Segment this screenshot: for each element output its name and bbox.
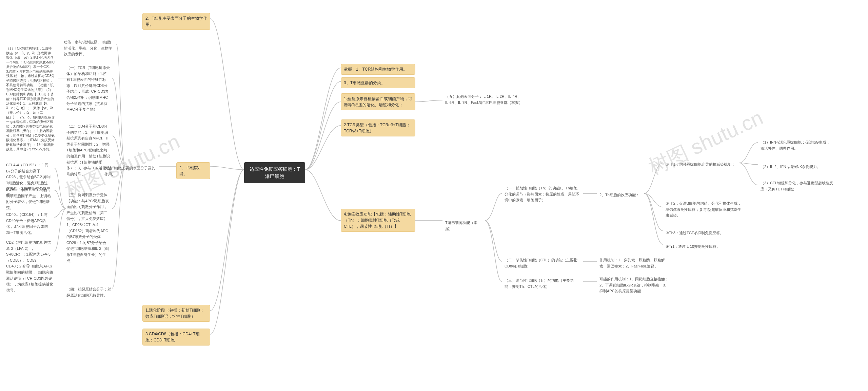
- node-th-effector[interactable]: 2、Th细胞的效应功能：: [597, 190, 644, 200]
- node-cd40l[interactable]: CD40L（CD154）：1.与CD40结合→促进APC活化，B7和细胞因子合成…: [3, 210, 54, 238]
- mindmap-connectors: [0, 0, 868, 391]
- node-th3[interactable]: ③Th3：通过TGF-β抑制免疫应答。: [663, 228, 744, 238]
- node-mitogen-bind[interactable]: （四）丝裂原结合分子：丝裂原活化细胞无特异性。: [64, 284, 115, 300]
- node-tr1[interactable]: ④Tr1：通过IL-10抑制免疫应答。: [663, 242, 744, 252]
- root-node[interactable]: 适应性免疫应答细胞：T淋巴细胞: [244, 162, 305, 183]
- node-th1-2[interactable]: （2）IL-2、IFN-γ增强NK杀伤能力。: [758, 162, 836, 172]
- node-cd2[interactable]: CD2（淋巴细胞功能相关抗原-2（LFA-2），SR8CR）：1.配体为LFA-…: [3, 238, 56, 295]
- node-function-summary[interactable]: 功能：参与识别抗原、T细胞的活化、增殖、分化、生物学效应的发挥。: [61, 37, 117, 59]
- node-cd4-cd8-types[interactable]: 3.CD4/CD8（包括：CD4+T细胞；CD8+T细胞: [142, 329, 210, 346]
- node-th-function[interactable]: （一）辅助性T细胞（Th）的功能1、Th细胞分化的调节（影响因素：抗原的性质、局…: [502, 183, 583, 205]
- node-tcr-structure[interactable]: 掌握：1、TCR结构和生物学作用。: [341, 64, 415, 75]
- node-tcell-function[interactable]: 4、T细胞功能。: [176, 162, 210, 179]
- node-th1[interactable]: ①Th1：增强吞噬细胞介导的抗感染机制：: [663, 160, 739, 170]
- node-tcell-subset[interactable]: 3、T细胞亚群的分类。: [341, 77, 415, 88]
- node-th1-1[interactable]: （1）IFN-γ活化巨噬细胞；促进IgG生成，激活补体、调理作用。: [758, 137, 836, 153]
- node-immune-function[interactable]: 4.免疫效应功能【包括：辅助性T细胞（Th）；细胞毒性T细胞（Tc或CTL）；调…: [341, 209, 415, 232]
- node-surface-molecules[interactable]: （五）其他表面分子：IL-1R、IL-2R、IL-4R、IL-6R、IL-7R、…: [442, 92, 527, 108]
- node-tcr-detail[interactable]: （一）TCR（T细胞抗原受体）的结构和功能：1.所有T细胞表面的特征性标志，以非…: [64, 63, 113, 115]
- node-mitogen[interactable]: 1.丝裂原来自植物蛋白或细菌产物，可诱导T细胞的活化、增殖和分化；: [341, 93, 415, 110]
- node-th2[interactable]: ②Th2：促进B细胞的增殖、分化和抗体生成，增强体液免疫应答；参与Ⅰ型超敏反应和…: [663, 199, 744, 221]
- node-tcr-types[interactable]: 2.TCR类型（包括：TCRαβ+T细胞；TCRγδ+T细胞）: [341, 119, 415, 136]
- node-function-master[interactable]: T淋巴细胞功能（掌握）: [442, 218, 487, 234]
- node-activation-stage[interactable]: 1.活化阶段（包括：初始T细胞；效应T细胞记；忆性T细胞）: [142, 305, 210, 322]
- node-costim-receptor[interactable]: （三）协同刺激分子受体【功能：与APC/靶细胞表面的协同刺激分子作用，产生协同刺…: [64, 190, 113, 266]
- node-icos[interactable]: ICOS：1.同B7-H2）结合，调节细胞因子产生，上调粘附分子表达，促进T细胞…: [3, 185, 54, 213]
- node-tr-mechanism[interactable]: 可能的作用机制：1、同靶细胞直接接触；2、下调靶细胞IL-2R表达，抑制增殖；3…: [597, 274, 675, 296]
- node-cd4-cd8[interactable]: （二）CD4分子和CD8分子的功能：1、使T细胞识别抗原具有自身MHCⅠ、Ⅱ类分…: [64, 122, 113, 179]
- node-ctl-mechanism[interactable]: 作用机制：1、穿孔素、颗粒酶、颗粒解素、淋巴毒素；2、Fas/FasL途径。: [597, 255, 675, 271]
- node-tcr-structure-detail[interactable]: （1）TCR的结构特征：1.四种肽链（α、β、γ、δ）形成两种二聚体（αβ、γδ…: [3, 44, 58, 154]
- node-tr-function[interactable]: （三）调节性T细胞（Tr）的功能（主要功能：抑制Th、CTL的活化）: [502, 276, 583, 292]
- node-th1-3[interactable]: （3）CTL增殖和分化，参与迟发型超敏性反应（又称TDTH细胞）: [758, 178, 836, 194]
- node-ctl-function[interactable]: （二）杀伤性T细胞（CTL）的功能（主要指CD8/αβT细胞）: [502, 255, 583, 271]
- node-surface-bio[interactable]: 2、T细胞主要表面分子的生物学作用。: [142, 13, 210, 30]
- watermark-right: 树图 shutu.cn: [644, 104, 768, 181]
